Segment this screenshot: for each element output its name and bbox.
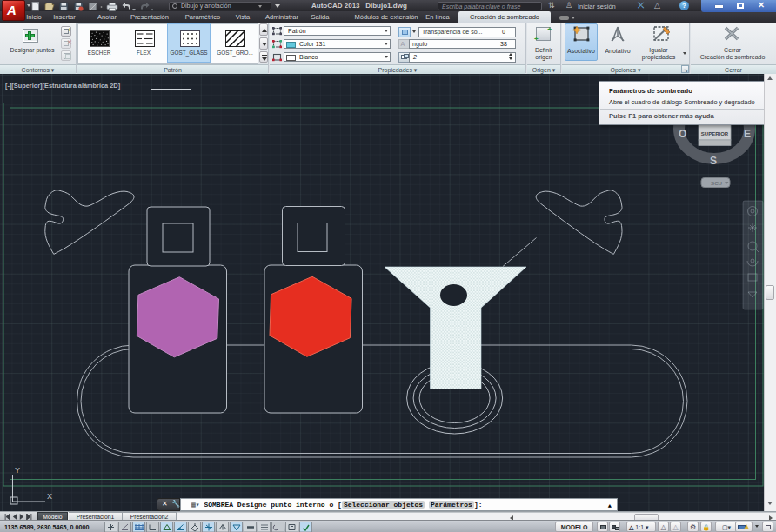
svg-text:SCU: SCU (711, 180, 723, 186)
svg-text:S: S (710, 155, 717, 167)
svg-text:O: O (679, 128, 686, 140)
svg-text:Y: Y (15, 466, 20, 475)
svg-text:X: X (47, 492, 52, 501)
svg-text:SUPERIOR: SUPERIOR (701, 131, 729, 136)
svg-text:E: E (744, 128, 751, 140)
